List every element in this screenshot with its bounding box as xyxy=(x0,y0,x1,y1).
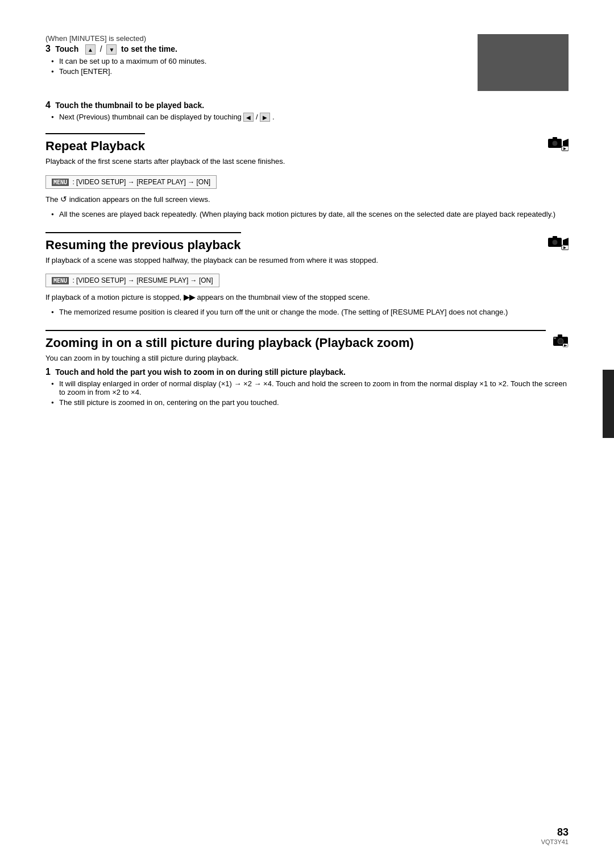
zoom-step1-line: 1 Touch and hold the part you wish to zo… xyxy=(45,367,569,377)
svg-point-15 xyxy=(558,339,563,344)
resume-title-block: Resuming the previous playback xyxy=(45,232,241,253)
page-code: VQT3Y41 xyxy=(541,838,569,845)
page-number: 83 xyxy=(541,826,569,838)
step4-instruction-line: 4 Touch the thumbnail to be played back. xyxy=(45,100,569,110)
zoom-title: Zooming in on a still picture during pla… xyxy=(45,336,546,350)
side-tab xyxy=(603,370,614,438)
down-arrow-icon: ▼ xyxy=(106,44,117,55)
resume-bullet-1: The memorized resume position is cleared… xyxy=(51,308,569,316)
step3-text: (When [MINUTES] is selected) 3 Touch ▲ /… xyxy=(45,34,466,77)
thumbnail-image xyxy=(478,34,569,91)
step4-number: 4 xyxy=(45,100,53,110)
svg-rect-16 xyxy=(558,334,562,337)
svg-point-1 xyxy=(552,140,558,146)
repeat-body1: The ↺ indication appears on the full scr… xyxy=(45,193,569,205)
repeat-menu-text: : [VIDEO SETUP] → [REPEAT PLAY] → [ON] xyxy=(72,178,210,186)
repeat-title-block: Repeat Playback xyxy=(45,133,145,154)
step4-bullet-1: Next (Previous) thumbnail can be display… xyxy=(51,113,569,122)
step3-bullets: It can be set up to a maximum of 60 minu… xyxy=(45,57,466,76)
resume-section: Resuming the previous playback If playba… xyxy=(45,232,569,316)
zoom-step1-bullet-1: It will display enlarged in order of nor… xyxy=(51,379,569,396)
zoom-header-row: Zooming in on a still picture during pla… xyxy=(45,330,569,350)
resume-menu-label: MENU xyxy=(52,277,69,284)
step3-section: (When [MINUTES] is selected) 3 Touch ▲ /… xyxy=(45,34,569,91)
repeat-intro: Playback of the first scene starts after… xyxy=(45,156,569,167)
repeat-camera-icon-area xyxy=(548,135,569,151)
left-arrow-icon: ◀ xyxy=(243,113,254,122)
zoom-section: Zooming in on a still picture during pla… xyxy=(45,330,569,407)
repeat-menu-box: MENU : [VIDEO SETUP] → [REPEAT PLAY] → [… xyxy=(45,175,217,189)
zoom-step1-number: 1 xyxy=(45,367,53,377)
right-arrow-icon: ▶ xyxy=(260,113,270,122)
page-content: (When [MINUTES] is selected) 3 Touch ▲ /… xyxy=(45,34,569,407)
step3-bullet-2: Touch [ENTER]. xyxy=(51,67,466,76)
resume-intro: If playback of a scene was stopped halfw… xyxy=(45,255,569,266)
page-footer: 83 VQT3Y41 xyxy=(541,826,569,845)
resume-camera-icon-area xyxy=(548,234,569,250)
zoom-title-block: Zooming in on a still picture during pla… xyxy=(45,330,546,350)
zoom-step1-bullet-2: The still picture is zoomed in on, cente… xyxy=(51,398,569,407)
zoom-step1-instruction: Touch and hold the part you wish to zoom… xyxy=(55,367,346,377)
step3-instruction-line: 3 Touch ▲ / ▼ to set the time. xyxy=(45,44,466,55)
repeat-bullet-1: All the scenes are played back repeatedl… xyxy=(51,210,569,218)
resume-title: Resuming the previous playback xyxy=(45,238,241,253)
zoom-step1: 1 Touch and hold the part you wish to zo… xyxy=(45,367,569,407)
up-arrow-icon: ▲ xyxy=(85,44,96,55)
svg-rect-2 xyxy=(553,137,557,139)
repeat-menu-label: MENU xyxy=(52,179,69,186)
resume-symbol: ▶▶ xyxy=(184,293,195,301)
svg-rect-17 xyxy=(554,337,556,339)
repeat-header-row: Repeat Playback xyxy=(45,133,569,154)
resume-menu-text: : [VIDEO SETUP] → [RESUME PLAY] → [ON] xyxy=(72,276,213,284)
svg-point-8 xyxy=(552,239,558,245)
repeat-title: Repeat Playback xyxy=(45,139,145,154)
repeat-bullets: All the scenes are played back repeatedl… xyxy=(45,210,569,218)
resume-header-row: Resuming the previous playback xyxy=(45,232,569,253)
step3-bullet-1: It can be set up to a maximum of 60 minu… xyxy=(51,57,466,65)
zoom-rule xyxy=(45,330,546,331)
step4-instruction: Touch the thumbnail to be played back. xyxy=(55,101,204,110)
repeat-rule xyxy=(45,133,145,134)
zoom-camera-icon-area xyxy=(553,332,569,348)
loop-symbol: ↺ xyxy=(60,195,67,204)
resume-body1: If playback of a motion picture is stopp… xyxy=(45,292,569,303)
resume-camera-video-icon xyxy=(548,234,569,250)
zoom-step1-bullets: It will display enlarged in order of nor… xyxy=(45,379,569,407)
step3-instruction-prefix: Touch xyxy=(55,44,78,53)
step4-bullets: Next (Previous) thumbnail can be display… xyxy=(45,113,569,122)
camera-video-icon xyxy=(548,135,569,151)
resume-menu-box: MENU : [VIDEO SETUP] → [RESUME PLAY] → [… xyxy=(45,274,219,287)
step3-number: 3 xyxy=(45,44,53,53)
step3-instruction-suffix: to set the time. xyxy=(121,44,177,53)
repeat-playback-section: Repeat Playback xyxy=(45,133,569,218)
zoom-intro: You can zoom in by touching a still pict… xyxy=(45,353,569,364)
zoom-camera-icon xyxy=(553,332,569,348)
resume-bullets: The memorized resume position is cleared… xyxy=(45,308,569,316)
resume-rule xyxy=(45,232,241,233)
step4-section: 4 Touch the thumbnail to be played back.… xyxy=(45,100,569,122)
step3-intro: (When [MINUTES] is selected) xyxy=(45,34,466,43)
svg-rect-9 xyxy=(553,236,557,238)
